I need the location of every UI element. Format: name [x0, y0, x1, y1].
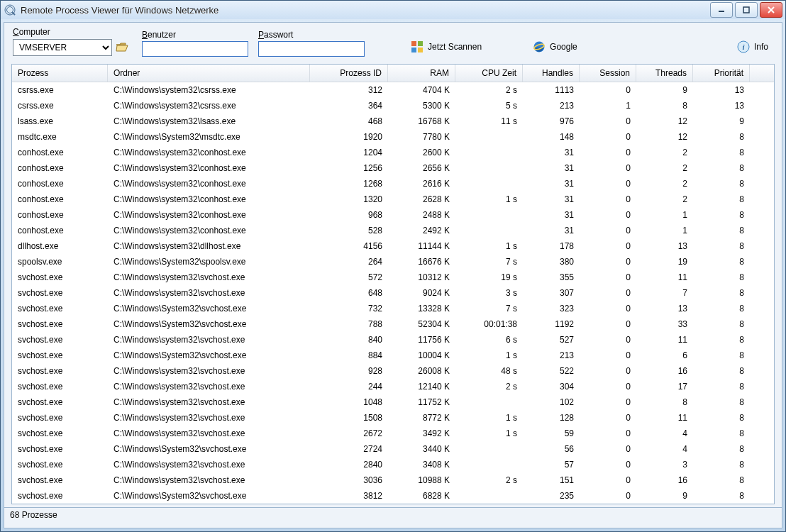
cell: 323: [523, 304, 580, 314]
cell: 10312 K: [388, 272, 455, 282]
cell: C:\Windows\System32\svchost.exe: [108, 319, 310, 329]
user-input[interactable]: [142, 41, 248, 57]
maximize-button[interactable]: [735, 2, 758, 18]
cell: conhost.exe: [12, 148, 108, 157]
cell: 102: [523, 397, 580, 407]
col-threads[interactable]: Threads: [636, 65, 693, 82]
col-handles[interactable]: Handles: [523, 65, 580, 82]
col-ordner[interactable]: Ordner: [108, 65, 310, 82]
cell: 8: [693, 444, 750, 454]
google-button[interactable]: Google: [528, 37, 582, 57]
table-row[interactable]: svchost.exeC:\Windows\System32\svchost.e…: [12, 488, 774, 504]
col-priority[interactable]: Priorität: [693, 65, 750, 82]
cell: 0: [580, 491, 636, 501]
titlebar[interactable]: Remote Process Viewer für Windows Netzwe…: [1, 1, 785, 19]
table-row[interactable]: svchost.exeC:\Windows\System32\svchost.e…: [12, 301, 774, 316]
table-row[interactable]: conhost.exeC:\Windows\system32\conhost.e…: [12, 192, 774, 207]
cell: 0: [580, 288, 636, 298]
col-pid[interactable]: Prozess ID: [310, 65, 388, 82]
cell: 00:01:38: [455, 319, 523, 329]
table-row[interactable]: svchost.exeC:\Windows\system32\svchost.e…: [12, 363, 774, 379]
internet-explorer-icon: [533, 40, 546, 53]
table-row[interactable]: spoolsv.exeC:\Windows\System32\spoolsv.e…: [12, 254, 774, 270]
table-row[interactable]: dllhost.exeC:\Windows\system32\dllhost.e…: [12, 238, 774, 254]
cell: C:\Windows\system32\csrss.exe: [108, 85, 310, 95]
cell: 2724: [310, 444, 388, 454]
cell: 0: [580, 85, 636, 95]
table-row[interactable]: svchost.exeC:\Windows\system32\svchost.e…: [12, 332, 774, 348]
cell: 0: [580, 163, 636, 173]
table-row[interactable]: svchost.exeC:\Windows\system32\svchost.e…: [12, 379, 774, 394]
cell: 8: [693, 350, 750, 360]
close-button[interactable]: [760, 2, 782, 18]
cell: lsass.exe: [12, 116, 108, 126]
table-row[interactable]: conhost.exeC:\Windows\system32\conhost.e…: [12, 176, 774, 192]
table-row[interactable]: conhost.exeC:\Windows\system32\conhost.e…: [12, 223, 774, 238]
table-row[interactable]: svchost.exeC:\Windows\System32\svchost.e…: [12, 316, 774, 332]
cell: 8: [693, 335, 750, 345]
cell: 148: [523, 132, 580, 142]
cell: 2492 K: [388, 226, 455, 235]
password-field: Passwort: [258, 30, 365, 57]
cell: 7 s: [455, 304, 523, 314]
info-button[interactable]: i Info: [732, 37, 773, 57]
col-session[interactable]: Session: [580, 65, 636, 82]
cell: 57: [523, 460, 580, 470]
cell: dllhost.exe: [12, 241, 108, 251]
cell: 9: [636, 85, 693, 95]
scan-button[interactable]: Jetzt Scannen: [406, 37, 487, 57]
table-row[interactable]: svchost.exeC:\Windows\system32\svchost.e…: [12, 410, 774, 426]
table-row[interactable]: csrss.exeC:\Windows\system32\csrss.exe36…: [12, 98, 774, 113]
cell: 11: [636, 335, 693, 345]
table-row[interactable]: conhost.exeC:\Windows\system32\conhost.e…: [12, 160, 774, 176]
cell: 2 s: [455, 475, 523, 485]
cell: 1 s: [455, 241, 523, 251]
table-row[interactable]: svchost.exeC:\Windows\system32\svchost.e…: [12, 457, 774, 472]
table-row[interactable]: svchost.exeC:\Windows\system32\svchost.e…: [12, 285, 774, 301]
cell: svchost.exe: [12, 397, 108, 407]
col-ram[interactable]: RAM: [388, 65, 455, 82]
cell: svchost.exe: [12, 428, 108, 438]
cell: csrss.exe: [12, 101, 108, 111]
cell: 0: [580, 335, 636, 345]
table-row[interactable]: conhost.exeC:\Windows\system32\conhost.e…: [12, 145, 774, 160]
cell: 8: [693, 226, 750, 235]
cell: 0: [580, 148, 636, 157]
table-row[interactable]: conhost.exeC:\Windows\system32\conhost.e…: [12, 207, 774, 223]
cell: 8: [693, 397, 750, 407]
computer-combo[interactable]: VMSERVER: [13, 39, 112, 56]
cell: C:\Windows\system32\svchost.exe: [108, 272, 310, 282]
cell: 8: [693, 491, 750, 501]
table-row[interactable]: svchost.exeC:\Windows\System32\svchost.e…: [12, 348, 774, 363]
cell: C:\Windows\System32\svchost.exe: [108, 350, 310, 360]
col-cpu[interactable]: CPU Zeit: [455, 65, 523, 82]
cell: 1920: [310, 132, 388, 142]
computer-label: Computer: [13, 27, 132, 37]
cell: 0: [580, 460, 636, 470]
table-row[interactable]: lsass.exeC:\Windows\system32\lsass.exe46…: [12, 113, 774, 129]
cell: C:\Windows\system32\conhost.exe: [108, 226, 310, 235]
cell: C:\Windows\system32\lsass.exe: [108, 116, 310, 126]
folder-open-icon: [116, 42, 128, 53]
table-row[interactable]: svchost.exeC:\Windows\System32\svchost.e…: [12, 441, 774, 457]
table-row[interactable]: svchost.exeC:\Windows\system32\svchost.e…: [12, 472, 774, 488]
table-row[interactable]: csrss.exeC:\Windows\system32\csrss.exe31…: [12, 82, 774, 98]
cell: conhost.exe: [12, 210, 108, 220]
table-row[interactable]: svchost.exeC:\Windows\system32\svchost.e…: [12, 270, 774, 285]
cell: C:\Windows\System32\svchost.exe: [108, 304, 310, 314]
cell: 1: [580, 101, 636, 111]
cell: 178: [523, 241, 580, 251]
table-row[interactable]: svchost.exeC:\Windows\system32\svchost.e…: [12, 394, 774, 410]
browse-button[interactable]: [112, 38, 132, 57]
minimize-button[interactable]: [710, 2, 733, 18]
cell: 7 s: [455, 257, 523, 267]
cell: 31: [523, 194, 580, 204]
col-prozess[interactable]: Prozess: [12, 65, 108, 82]
cell: 2672: [310, 428, 388, 438]
table-row[interactable]: msdtc.exeC:\Windows\System32\msdtc.exe19…: [12, 129, 774, 145]
grid-body[interactable]: csrss.exeC:\Windows\system32\csrss.exe31…: [12, 82, 774, 504]
cell: 31: [523, 148, 580, 157]
table-row[interactable]: svchost.exeC:\Windows\system32\svchost.e…: [12, 426, 774, 441]
cell: 1268: [310, 179, 388, 189]
password-input[interactable]: [258, 41, 365, 57]
